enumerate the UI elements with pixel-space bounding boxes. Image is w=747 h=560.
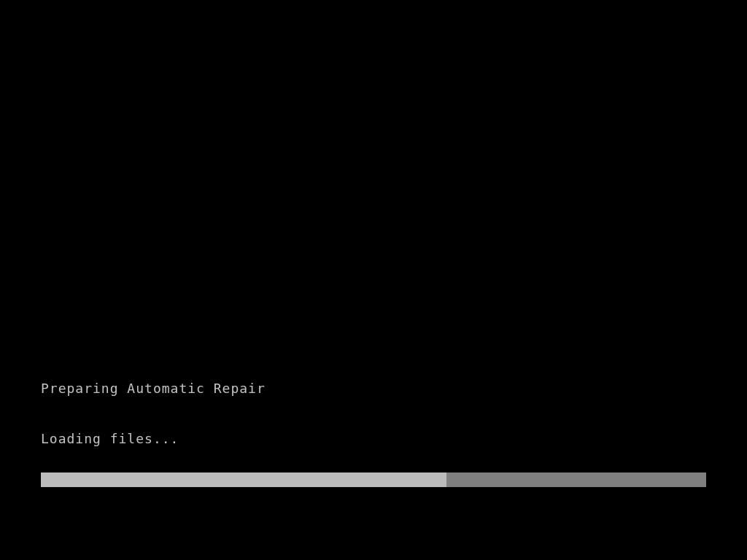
boot-screen-content: Preparing Automatic Repair Loading files… <box>41 381 706 487</box>
loading-label: Loading files... <box>41 431 706 446</box>
repair-title: Preparing Automatic Repair <box>41 381 706 396</box>
progress-bar-fill <box>41 472 446 487</box>
progress-bar <box>41 472 706 487</box>
